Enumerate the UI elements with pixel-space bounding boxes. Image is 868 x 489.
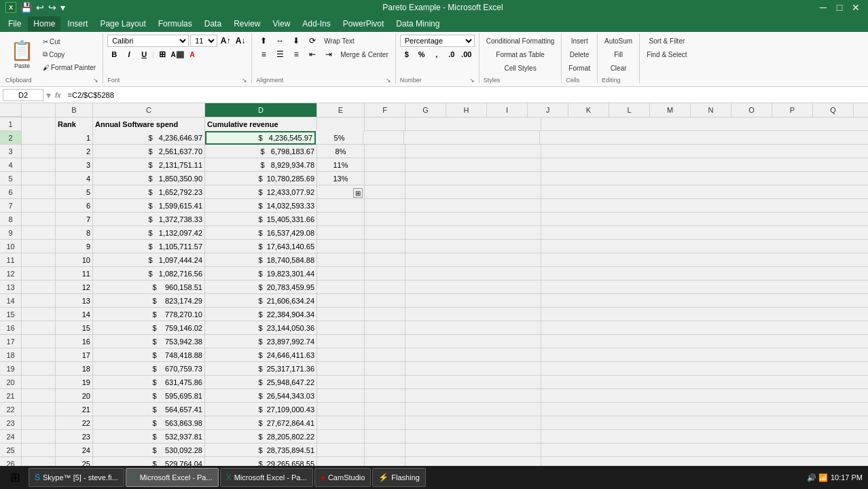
paste-button[interactable]: 📋 Paste (5, 37, 39, 72)
cell-e2[interactable]: 5% (316, 131, 363, 145)
format-painter-button[interactable]: 🖌 Format Painter (40, 61, 98, 73)
text-angle-btn[interactable]: ⟳ (305, 35, 320, 47)
cell-b11[interactable]: 10 (56, 253, 93, 267)
row-header-16[interactable]: 16 (0, 321, 21, 335)
row-header-14[interactable]: 14 (0, 294, 21, 308)
cell-d11[interactable]: $ 18,740,584.88 (205, 253, 317, 267)
percent-btn[interactable]: % (415, 48, 429, 60)
cell-d12[interactable]: $ 19,823,301.44 (205, 267, 317, 280)
cell-e15[interactable] (317, 308, 365, 321)
cell-e8[interactable] (317, 213, 365, 226)
cell-d23[interactable]: $ 27,672,864.41 (205, 416, 317, 430)
cell-g11[interactable] (405, 253, 541, 267)
comma-btn[interactable]: , (430, 48, 444, 60)
cell-c21[interactable]: $ 595,695.81 (93, 389, 205, 403)
cell-g7[interactable] (405, 199, 541, 213)
cell-f19[interactable] (365, 362, 405, 376)
cell-f5[interactable] (365, 172, 405, 185)
cell-d19[interactable]: $ 25,317,171.36 (205, 362, 317, 376)
cell-c17[interactable]: $ 753,942.38 (93, 335, 205, 348)
col-header-d[interactable]: D (205, 103, 317, 117)
cell-b24[interactable]: 23 (56, 430, 93, 443)
cell-b17[interactable]: 16 (56, 335, 93, 348)
menu-view[interactable]: View (268, 16, 296, 31)
cell-c8[interactable]: $ 1,372,738.33 (93, 213, 205, 226)
row-header-24[interactable]: 24 (0, 430, 21, 443)
menu-powerpivot[interactable]: PowerPivot (338, 16, 390, 31)
cell-b6[interactable]: 5 (56, 185, 93, 199)
cell-c3[interactable]: $ 2,561,637.70 (93, 145, 205, 158)
cell-a12[interactable] (22, 267, 56, 280)
align-top-btn[interactable]: ⬆ (256, 35, 271, 47)
row-header-2[interactable]: 2 (0, 131, 21, 145)
col-header-p[interactable]: P (772, 103, 813, 117)
menu-file[interactable]: File (3, 16, 26, 31)
row-header-19[interactable]: 19 (0, 362, 21, 376)
row-header-18[interactable]: 18 (0, 348, 21, 362)
cell-e9[interactable] (317, 226, 365, 240)
row-header-25[interactable]: 25 (0, 443, 21, 457)
cell-f17[interactable] (365, 335, 405, 348)
cell-b19[interactable]: 18 (56, 362, 93, 376)
cell-c19[interactable]: $ 670,759.73 (93, 362, 205, 376)
cell-a3[interactable] (22, 145, 56, 158)
cell-f24[interactable] (365, 430, 405, 443)
cell-b13[interactable]: 12 (56, 280, 93, 294)
menu-page-layout[interactable]: Page Layout (94, 16, 151, 31)
cell-a22[interactable] (22, 403, 56, 416)
cell-b12[interactable]: 11 (56, 267, 93, 280)
cell-g13[interactable] (405, 280, 541, 294)
cell-g15[interactable] (405, 308, 541, 321)
cell-g23[interactable] (405, 416, 541, 430)
cell-g10[interactable] (405, 240, 541, 253)
cell-a11[interactable] (22, 253, 56, 267)
customize-quick-btn[interactable]: ▾ (59, 1, 67, 14)
cell-c11[interactable]: $ 1,097,444.24 (93, 253, 205, 267)
cell-c14[interactable]: $ 823,174.29 (93, 294, 205, 308)
col-header-j[interactable]: J (528, 103, 568, 117)
cell-g2[interactable] (404, 131, 540, 145)
cell-a23[interactable] (22, 416, 56, 430)
row-header-23[interactable]: 23 (0, 416, 21, 430)
cell-d2[interactable]: $ 4,236,545.97 (205, 131, 316, 145)
cell-g18[interactable] (405, 348, 541, 362)
cell-c22[interactable]: $ 564,657.41 (93, 403, 205, 416)
menu-insert[interactable]: Insert (62, 16, 93, 31)
fill-color-button[interactable]: A⬛ (170, 48, 184, 60)
cell-f16[interactable] (365, 321, 405, 335)
cell-g22[interactable] (405, 403, 541, 416)
cell-g24[interactable] (405, 430, 541, 443)
col-header-k[interactable]: K (568, 103, 609, 117)
row-header-1[interactable]: 1 (0, 117, 21, 131)
col-header-g[interactable]: G (405, 103, 446, 117)
cell-a25[interactable] (22, 443, 56, 457)
conditional-formatting-button[interactable]: Conditional Formatting (484, 35, 558, 47)
fill-button[interactable]: Fill (611, 48, 626, 60)
cell-b10[interactable]: 9 (56, 240, 93, 253)
alignment-expand-icon[interactable]: ↘ (386, 77, 391, 84)
taskbar-item-skype[interactable]: S Skype™ [5] - steve.fi... (29, 468, 124, 487)
cut-button[interactable]: ✂ Cut (40, 35, 98, 48)
cell-f3[interactable] (365, 145, 405, 158)
cell-c4[interactable]: $ 2,131,751.11 (93, 158, 205, 172)
save-quick-btn[interactable]: 💾 (19, 1, 33, 14)
cell-a10[interactable] (22, 240, 56, 253)
cell-g21[interactable] (405, 389, 541, 403)
cell-g25[interactable] (405, 443, 541, 457)
cell-b9[interactable]: 8 (56, 226, 93, 240)
cell-c1[interactable]: Annual Software spend (93, 117, 205, 131)
cell-g20[interactable] (405, 376, 541, 389)
taskbar-item-excel-1[interactable]: X Microsoft Excel - Pa... (126, 468, 219, 487)
cell-g6[interactable] (405, 185, 541, 199)
cell-c6[interactable]: $ 1,652,792.23 (93, 185, 205, 199)
row-header-10[interactable]: 10 (0, 240, 21, 253)
cell-g4[interactable] (405, 158, 541, 172)
cell-a2[interactable] (22, 131, 56, 145)
cell-e21[interactable] (317, 389, 365, 403)
cell-f25[interactable] (365, 443, 405, 457)
cell-g19[interactable] (405, 362, 541, 376)
cell-c10[interactable]: $ 1,105,711.57 (93, 240, 205, 253)
cell-b5[interactable]: 4 (56, 172, 93, 185)
cell-d3[interactable]: $ 6,798,183.67 (205, 145, 317, 158)
col-header-c[interactable]: C (93, 103, 205, 117)
